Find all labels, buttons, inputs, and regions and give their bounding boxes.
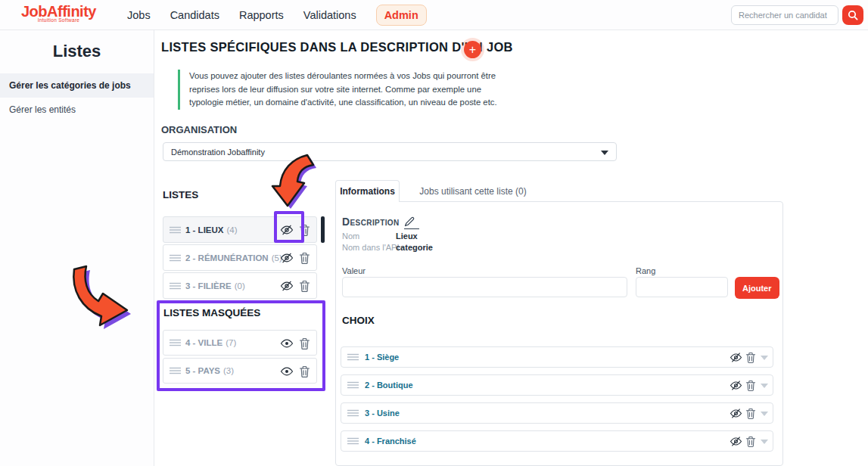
eye-slash-icon[interactable] [280, 280, 294, 292]
tab-jobs-utilisant[interactable]: Jobs utilisant cette liste (0) [409, 180, 537, 202]
drag-handle-icon[interactable] [170, 367, 181, 374]
trash-icon[interactable] [745, 408, 756, 420]
choice-row-franchise[interactable]: 4 - Franchisé [341, 430, 773, 452]
trash-icon[interactable] [299, 224, 310, 237]
annotation-arrow-to-eye-icon [263, 153, 324, 213]
tab-informations[interactable]: Informations [335, 180, 400, 202]
drag-handle-icon[interactable] [170, 282, 181, 290]
choix-section-title: CHOIX [342, 315, 375, 326]
eye-slash-icon[interactable] [730, 408, 742, 419]
chevron-down-icon[interactable] [761, 440, 768, 444]
list-row-label: 4 - VILLE [185, 338, 222, 347]
drag-handle-icon[interactable] [347, 437, 359, 445]
list-row-label: 1 - LIEUX [185, 225, 223, 235]
info-box: Vous pouvez ajouter des listes déroulant… [178, 70, 512, 110]
drag-handle-icon[interactable] [170, 226, 181, 234]
eye-slash-icon[interactable] [280, 224, 294, 236]
list-row-count: (3) [223, 366, 234, 375]
add-list-button[interactable]: + [464, 41, 481, 58]
valeur-input[interactable] [342, 277, 627, 297]
drag-handle-icon[interactable] [347, 409, 359, 417]
nav-jobs[interactable]: Jobs [127, 9, 151, 21]
trash-icon[interactable] [745, 436, 756, 448]
trash-icon[interactable] [745, 380, 756, 392]
organisation-selected-value: Démonstration Jobaffinity [171, 148, 265, 157]
eye-slash-icon[interactable] [280, 252, 294, 264]
trash-icon[interactable] [299, 252, 310, 265]
sidebar-item-categories-jobs[interactable]: Gérer les catégories de jobs [0, 73, 154, 98]
topbar: JobAffinity Intuition Software Jobs Cand… [0, 0, 868, 30]
nav-admin[interactable]: Admin [376, 5, 427, 26]
chevron-down-icon[interactable] [761, 384, 768, 388]
trash-icon[interactable] [299, 280, 310, 293]
nav-rapports[interactable]: Rapports [239, 9, 284, 21]
masked-section-title: LISTES MASQUÉES [163, 307, 260, 318]
choice-label: 4 - Franchisé [365, 436, 416, 446]
description-title: Description [342, 216, 400, 228]
eye-slash-icon[interactable] [730, 380, 742, 391]
drag-handle-icon[interactable] [170, 254, 181, 262]
search-icon [848, 10, 858, 20]
logo[interactable]: JobAffinity Intuition Software [21, 4, 96, 23]
list-row-filiere[interactable]: 3 - FILIÈRE (0) [163, 272, 317, 299]
rang-label: Rang [636, 266, 655, 275]
main-nav: Jobs Candidats Rapports Validations Admi… [127, 0, 427, 30]
valeur-label: Valeur [342, 266, 366, 275]
choice-row-boutique[interactable]: 2 - Boutique [341, 374, 773, 396]
eye-icon[interactable] [280, 365, 294, 377]
pencil-icon [404, 216, 419, 227]
list-row-label: 5 - PAYS [185, 366, 220, 375]
nom-value: Lieux [396, 231, 418, 241]
masked-row-pays[interactable]: 5 - PAYS (3) [163, 358, 317, 384]
eye-slash-icon[interactable] [730, 436, 742, 447]
eye-icon[interactable] [280, 337, 294, 350]
search-area [731, 5, 863, 25]
list-row-label: 3 - FILIÈRE [185, 281, 232, 290]
choice-label: 3 - Usine [365, 409, 400, 418]
masked-row-ville[interactable]: 4 - VILLE (7) [163, 330, 317, 356]
trash-icon[interactable] [299, 337, 310, 350]
page-title: LISTES SPÉCIFIQUES DANS LA DESCRIPTION D… [161, 40, 513, 54]
organisation-label: ORGANISATION [161, 124, 237, 135]
logo-title: JobAffinity [21, 4, 96, 19]
list-row-count: (4) [226, 225, 237, 235]
trash-icon[interactable] [299, 365, 310, 378]
rang-input[interactable] [636, 277, 728, 297]
nom-api-value: categorie [396, 243, 433, 252]
sidebar-title: Listes [0, 42, 154, 61]
list-row-count: (0) [235, 281, 245, 290]
drag-handle-icon[interactable] [170, 339, 181, 346]
informations-panel [335, 201, 783, 466]
chevron-down-icon [601, 151, 608, 155]
drag-handle-icon[interactable] [347, 353, 359, 361]
lists-section-title: LISTES [163, 189, 198, 200]
trash-icon[interactable] [745, 352, 756, 364]
edit-description-button[interactable] [404, 216, 419, 229]
app-window: JobAffinity Intuition Software Jobs Cand… [0, 0, 868, 466]
list-row-count: (7) [226, 338, 236, 347]
nom-label: Nom [342, 231, 359, 241]
nom-api-label: Nom dans l'API [342, 243, 399, 252]
chevron-down-icon[interactable] [761, 412, 768, 416]
list-row-remuneration[interactable]: 2 - RÉMUNÉRATION (5) [163, 244, 317, 271]
organisation-select[interactable]: Démonstration Jobaffinity [163, 142, 617, 161]
sidebar-item-entites[interactable]: Gérer les entités [0, 98, 154, 122]
nav-candidats[interactable]: Candidats [170, 9, 219, 21]
choice-label: 1 - Siège [365, 353, 399, 362]
ajouter-button[interactable]: Ajouter [735, 277, 779, 299]
drag-handle-icon[interactable] [347, 381, 359, 389]
nav-validations[interactable]: Validations [303, 9, 356, 21]
eye-slash-icon[interactable] [730, 352, 742, 363]
choice-row-siege[interactable]: 1 - Siège [341, 346, 773, 368]
choice-label: 2 - Boutique [365, 381, 413, 390]
active-list-indicator [321, 216, 325, 243]
chevron-down-icon[interactable] [761, 356, 768, 360]
choice-row-usine[interactable]: 3 - Usine [341, 402, 773, 424]
search-button[interactable] [842, 5, 863, 25]
list-row-lieux[interactable]: 1 - LIEUX (4) [163, 216, 317, 243]
search-input[interactable] [731, 5, 838, 25]
sidebar: Listes Gérer les catégories de jobs Gére… [0, 30, 154, 466]
list-row-label: 2 - RÉMUNÉRATION [185, 253, 269, 263]
